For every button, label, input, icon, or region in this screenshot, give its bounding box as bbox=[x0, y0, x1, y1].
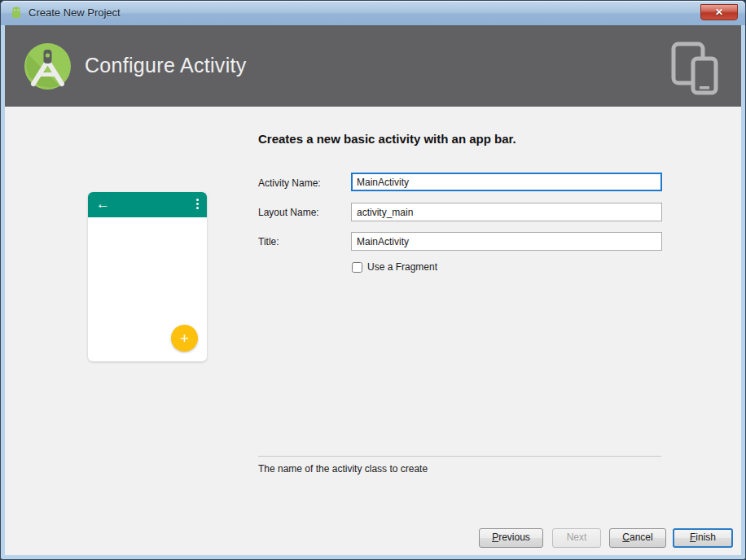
finish-button[interactable]: Finish bbox=[673, 528, 733, 548]
close-button[interactable]: ✕ bbox=[700, 4, 738, 20]
create-new-project-dialog: Create New Project ✕ Configure Activity … bbox=[0, 0, 746, 560]
use-fragment-checkbox[interactable] bbox=[352, 262, 362, 273]
title-input[interactable] bbox=[351, 232, 662, 251]
title-bar[interactable]: Create New Project ✕ bbox=[1, 1, 745, 25]
window-title: Create New Project bbox=[29, 7, 121, 19]
layout-name-input[interactable] bbox=[351, 203, 662, 221]
hint-separator bbox=[258, 456, 661, 457]
activity-preview-thumbnail: ← + bbox=[88, 192, 207, 361]
layout-name-label: Layout Name: bbox=[258, 207, 319, 218]
fab-plus-icon: + bbox=[171, 325, 198, 352]
phone-tablet-icon bbox=[671, 42, 722, 95]
android-app-icon bbox=[9, 7, 24, 20]
previous-button[interactable]: Previous bbox=[479, 528, 543, 548]
template-description: Creates a new basic activity with an app… bbox=[258, 132, 516, 146]
use-fragment-label[interactable]: Use a Fragment bbox=[367, 261, 437, 273]
wizard-step-title: Configure Activity bbox=[85, 54, 247, 77]
use-fragment-row: Use a Fragment bbox=[352, 261, 437, 273]
android-studio-logo-icon bbox=[24, 43, 71, 90]
back-arrow-icon: ← bbox=[96, 195, 110, 214]
preview-appbar: ← bbox=[88, 192, 207, 217]
next-button: Next bbox=[552, 528, 601, 548]
wizard-content: Creates a new basic activity with an app… bbox=[5, 107, 741, 555]
activity-name-input[interactable] bbox=[351, 173, 662, 191]
cancel-button[interactable]: Cancel bbox=[609, 528, 666, 548]
title-label: Title: bbox=[258, 236, 279, 247]
activity-name-label: Activity Name: bbox=[258, 177, 321, 189]
overflow-menu-icon bbox=[196, 199, 199, 209]
field-hint-text: The name of the activity class to create bbox=[258, 463, 428, 475]
wizard-header: Configure Activity bbox=[5, 25, 741, 107]
